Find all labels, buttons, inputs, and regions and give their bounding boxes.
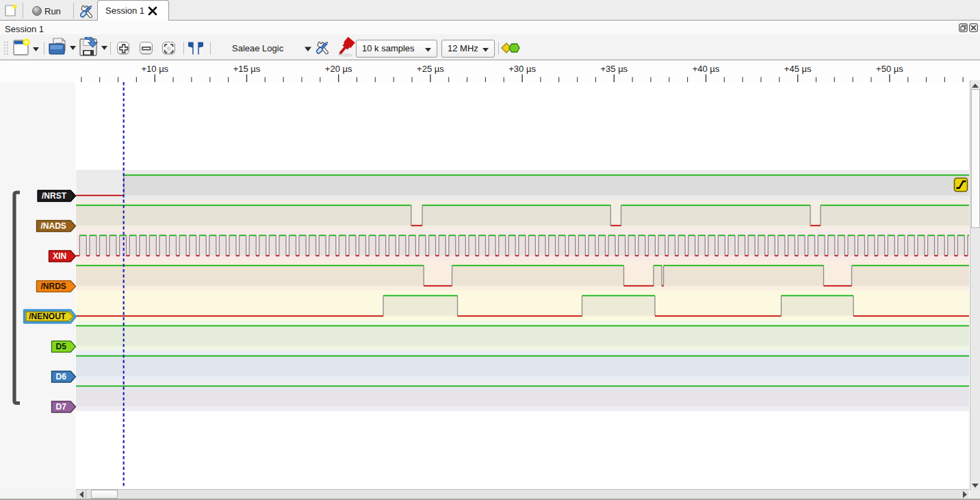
svg-text:+50 µs: +50 µs xyxy=(876,64,903,74)
svg-text:+15 µs: +15 µs xyxy=(233,64,261,74)
svg-text:+35 µs: +35 µs xyxy=(600,64,628,74)
svg-text:XIN: XIN xyxy=(53,251,66,261)
svg-text:+20 µs: +20 µs xyxy=(325,64,352,74)
svg-text:+10 µs: +10 µs xyxy=(141,64,168,74)
svg-text:+25 µs: +25 µs xyxy=(417,64,444,74)
svg-text:D7: D7 xyxy=(56,402,67,412)
svg-text:/NENOUT: /NENOUT xyxy=(29,312,66,321)
svg-text:D5: D5 xyxy=(56,342,67,351)
svg-text:/NADS: /NADS xyxy=(41,221,66,231)
svg-text:/NRDS: /NRDS xyxy=(41,282,66,291)
svg-text:+40 µs: +40 µs xyxy=(693,64,720,74)
svg-text:/NRST: /NRST xyxy=(42,191,67,201)
svg-text:+45 µs: +45 µs xyxy=(784,64,812,74)
svg-text:D6: D6 xyxy=(56,372,67,382)
svg-text:+30 µs: +30 µs xyxy=(508,64,536,74)
